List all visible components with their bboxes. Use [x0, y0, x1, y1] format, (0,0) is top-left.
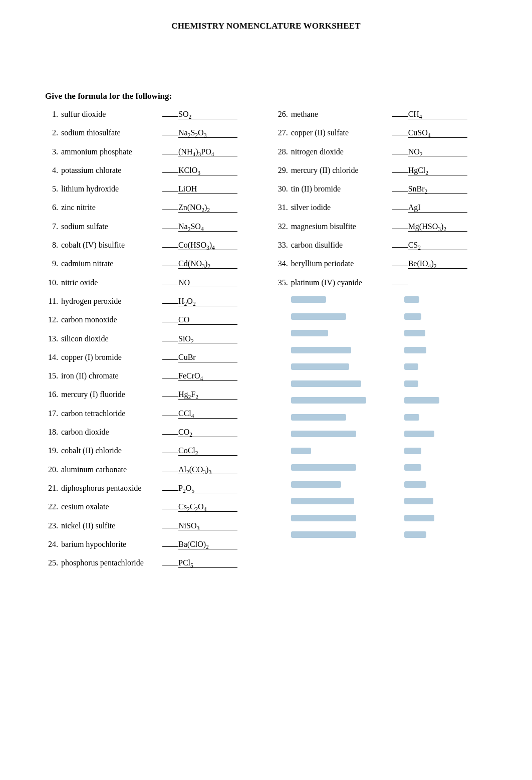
- question-row: [275, 328, 487, 337]
- compound-formula: KClO3: [178, 166, 237, 175]
- answer-slot[interactable]: Al2(CO3)3: [162, 464, 237, 475]
- answer-slot[interactable]: NO2: [392, 146, 467, 157]
- compound-formula: CS2: [408, 241, 467, 250]
- answer-leading-blank: [162, 239, 178, 248]
- answer-slot[interactable]: CH4: [392, 108, 467, 119]
- question-row: 26.methaneCH4: [275, 108, 487, 119]
- compound-formula: LiOH: [178, 185, 237, 194]
- compound-name: carbon tetrachloride: [61, 409, 162, 418]
- answer-slot[interactable]: SiO2: [162, 333, 237, 344]
- answer-leading-blank: [162, 557, 178, 565]
- answer-slot[interactable]: NiSO3: [162, 520, 237, 531]
- answer-slot[interactable]: HgCl2: [392, 164, 467, 175]
- answer-leading-blank: [392, 108, 408, 117]
- answer-slot[interactable]: CO: [162, 314, 237, 325]
- question-number: 15.: [45, 371, 61, 380]
- question-number: 31.: [275, 203, 291, 212]
- question-row: 20.aluminum carbonateAl2(CO3)3: [45, 464, 275, 475]
- compound-formula: [408, 279, 467, 287]
- answer-slot[interactable]: Be(IO4)2: [392, 258, 467, 269]
- question-row: [275, 480, 487, 489]
- compound-formula: Na2SO4: [178, 223, 237, 232]
- compound-formula: Cd(NO3)2: [178, 260, 237, 269]
- answer-slot[interactable]: SnBr2: [392, 183, 467, 194]
- answer-slot[interactable]: CCl4: [162, 408, 237, 419]
- answer-slot[interactable]: CO2: [162, 426, 237, 437]
- compound-formula: SO2: [178, 110, 237, 119]
- question-number: 30.: [275, 184, 291, 193]
- answer-slot[interactable]: Mg(HSO3)2: [392, 221, 467, 232]
- answer-slot[interactable]: CuSO4: [392, 127, 467, 138]
- answer-leading-blank: [392, 164, 408, 173]
- question-row: 31.silver iodideAgI: [275, 202, 487, 213]
- answer-slot[interactable]: FeCrO4: [162, 370, 237, 381]
- question-number: 20.: [45, 465, 61, 474]
- compound-formula: SiO2: [178, 335, 237, 344]
- question-number: 25.: [45, 558, 61, 567]
- question-row: 13.silicon dioxideSiO2: [45, 333, 275, 344]
- answer-slot[interactable]: Na2S2O3: [162, 127, 237, 138]
- answer-slot[interactable]: P2O5: [162, 482, 237, 493]
- question-number: 1.: [45, 110, 61, 119]
- question-number: 19.: [45, 446, 61, 455]
- question-number: 29.: [275, 166, 291, 175]
- question-row: [275, 496, 487, 505]
- question-row: 16.mercury (I) fluorideHg2F2: [45, 388, 275, 400]
- answer-slot[interactable]: Ba(ClO)2: [162, 538, 237, 549]
- compound-formula: Na2S2O3: [178, 129, 237, 138]
- left-column: 1.sulfur dioxideSO22.sodium thiosulfateN…: [45, 108, 275, 575]
- compound-name: phosphorus pentachloride: [61, 558, 162, 567]
- answer-leading-blank: [162, 351, 178, 360]
- answer-slot[interactable]: Hg2F2: [162, 388, 237, 400]
- compound-formula: Mg(HSO3)2: [408, 223, 467, 232]
- answer-slot[interactable]: H2O2: [162, 295, 237, 306]
- answer-leading-blank: [392, 202, 408, 210]
- answer-slot[interactable]: LiOH: [162, 183, 237, 194]
- answer-slot[interactable]: Zn(NO2)2: [162, 202, 237, 213]
- answer-slot[interactable]: [392, 277, 467, 287]
- redacted-formula: [404, 330, 425, 336]
- answer-leading-blank: [162, 388, 178, 397]
- question-row: 21.diphosphorus pentaoxideP2O5: [45, 482, 275, 493]
- answer-slot[interactable]: SO2: [162, 108, 237, 119]
- question-number: 8.: [45, 241, 61, 250]
- compound-name: carbon monoxide: [61, 315, 162, 324]
- answer-leading-blank: [392, 146, 408, 154]
- question-row: 35.platinum (IV) cyanide: [275, 277, 487, 287]
- redacted-formula: [404, 347, 426, 353]
- answer-slot[interactable]: PCl5: [162, 557, 237, 568]
- answer-slot[interactable]: CuBr: [162, 351, 237, 362]
- compound-name: potassium chlorate: [61, 166, 162, 175]
- answer-slot[interactable]: NO: [162, 277, 237, 288]
- answer-slot[interactable]: Na2SO4: [162, 221, 237, 232]
- compound-formula: (NH4)3PO4: [178, 148, 237, 157]
- answer-slot[interactable]: CoCl2: [162, 445, 237, 456]
- answer-slot[interactable]: Cs2C2O4: [162, 501, 237, 512]
- compound-name: copper (II) sulfate: [291, 128, 392, 137]
- answer-slot[interactable]: Cd(NO3)2: [162, 258, 237, 269]
- compound-formula: H2O2: [178, 297, 237, 306]
- compound-formula: FeCrO4: [178, 372, 237, 381]
- question-row: 12.carbon monoxideCO: [45, 314, 275, 325]
- question-number: 23.: [45, 521, 61, 530]
- redacted-name: [291, 498, 354, 504]
- question-row: 8.cobalt (IV) bisulfiteCo(HSO3)4: [45, 239, 275, 250]
- question-row: 19.cobalt (II) chlorideCoCl2: [45, 445, 275, 456]
- question-row: 2.sodium thiosulfateNa2S2O3: [45, 127, 275, 138]
- answer-slot[interactable]: AgI: [392, 202, 467, 213]
- compound-name: cadmium nitrate: [61, 259, 162, 268]
- answer-slot[interactable]: KClO3: [162, 164, 237, 175]
- answer-leading-blank: [162, 445, 178, 453]
- answer-slot[interactable]: (NH4)3PO4: [162, 146, 237, 157]
- compound-formula: NiSO3: [178, 522, 237, 531]
- answer-leading-blank: [162, 221, 178, 229]
- answer-slot[interactable]: Co(HSO3)4: [162, 239, 237, 250]
- question-number: 16.: [45, 390, 61, 399]
- redacted-formula: [404, 380, 418, 387]
- question-row: 22.cesium oxalateCs2C2O4: [45, 501, 275, 512]
- answer-slot[interactable]: CS2: [392, 239, 467, 250]
- answer-leading-blank: [162, 464, 178, 472]
- question-number: 33.: [275, 241, 291, 250]
- compound-formula: Ba(ClO)2: [178, 540, 237, 549]
- answer-leading-blank: [162, 314, 178, 322]
